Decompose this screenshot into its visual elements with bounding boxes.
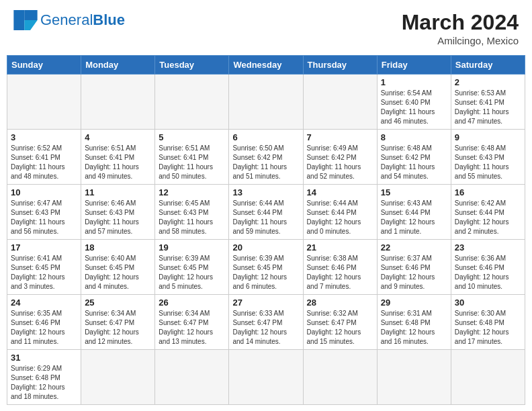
day-number: 30 bbox=[455, 298, 521, 308]
day-number: 29 bbox=[381, 298, 447, 308]
logo-general: General bbox=[40, 11, 93, 28]
calendar-cell bbox=[155, 350, 229, 405]
day-number: 13 bbox=[232, 187, 299, 197]
calendar-cell: 18Sunrise: 6:40 AM Sunset: 6:45 PM Dayli… bbox=[81, 240, 155, 295]
day-number: 11 bbox=[85, 187, 151, 197]
calendar-cell: 2Sunrise: 6:53 AM Sunset: 6:41 PM Daylig… bbox=[451, 75, 525, 130]
day-info: Sunrise: 6:38 AM Sunset: 6:46 PM Dayligh… bbox=[307, 254, 373, 291]
day-number: 15 bbox=[381, 187, 447, 197]
week-row-5: 24Sunrise: 6:35 AM Sunset: 6:46 PM Dayli… bbox=[7, 295, 525, 350]
day-number: 20 bbox=[232, 242, 299, 253]
title-block: March 2024 Amilcingo, Mexico bbox=[402, 10, 519, 46]
day-number: 27 bbox=[232, 298, 299, 308]
day-number: 19 bbox=[159, 242, 225, 253]
logo-text: GeneralBlue bbox=[40, 13, 125, 28]
day-number: 12 bbox=[159, 187, 225, 197]
calendar-cell: 21Sunrise: 6:38 AM Sunset: 6:46 PM Dayli… bbox=[303, 240, 377, 295]
calendar-cell bbox=[81, 350, 155, 405]
calendar-cell: 12Sunrise: 6:45 AM Sunset: 6:43 PM Dayli… bbox=[155, 185, 229, 240]
day-number: 22 bbox=[381, 242, 447, 253]
day-info: Sunrise: 6:40 AM Sunset: 6:45 PM Dayligh… bbox=[85, 254, 151, 291]
svg-rect-0 bbox=[13, 10, 24, 30]
day-info: Sunrise: 6:50 AM Sunset: 6:42 PM Dayligh… bbox=[232, 144, 299, 181]
day-number: 16 bbox=[455, 187, 521, 197]
calendar-cell: 6Sunrise: 6:50 AM Sunset: 6:42 PM Daylig… bbox=[229, 130, 303, 185]
day-number: 6 bbox=[232, 132, 299, 142]
day-number: 26 bbox=[159, 298, 225, 308]
calendar-cell: 1Sunrise: 6:54 AM Sunset: 6:40 PM Daylig… bbox=[377, 75, 451, 130]
day-number: 7 bbox=[307, 132, 373, 142]
day-info: Sunrise: 6:48 AM Sunset: 6:42 PM Dayligh… bbox=[381, 144, 447, 181]
day-info: Sunrise: 6:48 AM Sunset: 6:43 PM Dayligh… bbox=[455, 144, 521, 181]
day-info: Sunrise: 6:46 AM Sunset: 6:43 PM Dayligh… bbox=[85, 199, 151, 236]
calendar-cell: 4Sunrise: 6:51 AM Sunset: 6:41 PM Daylig… bbox=[81, 130, 155, 185]
calendar-cell: 19Sunrise: 6:39 AM Sunset: 6:45 PM Dayli… bbox=[155, 240, 229, 295]
day-number: 28 bbox=[307, 298, 373, 308]
day-info: Sunrise: 6:51 AM Sunset: 6:41 PM Dayligh… bbox=[159, 144, 225, 181]
calendar-cell: 9Sunrise: 6:48 AM Sunset: 6:43 PM Daylig… bbox=[451, 130, 525, 185]
calendar-cell: 3Sunrise: 6:52 AM Sunset: 6:41 PM Daylig… bbox=[7, 130, 81, 185]
calendar-cell: 15Sunrise: 6:43 AM Sunset: 6:44 PM Dayli… bbox=[377, 185, 451, 240]
calendar-cell: 8Sunrise: 6:48 AM Sunset: 6:42 PM Daylig… bbox=[377, 130, 451, 185]
calendar-cell: 11Sunrise: 6:46 AM Sunset: 6:43 PM Dayli… bbox=[81, 185, 155, 240]
calendar-cell: 16Sunrise: 6:42 AM Sunset: 6:44 PM Dayli… bbox=[451, 185, 525, 240]
day-number: 8 bbox=[381, 132, 447, 142]
day-info: Sunrise: 6:34 AM Sunset: 6:47 PM Dayligh… bbox=[85, 309, 151, 347]
day-number: 2 bbox=[455, 77, 521, 87]
day-number: 23 bbox=[455, 242, 521, 253]
month-year: March 2024 bbox=[402, 10, 519, 35]
calendar-cell: 13Sunrise: 6:44 AM Sunset: 6:44 PM Dayli… bbox=[229, 185, 303, 240]
day-number: 10 bbox=[11, 187, 77, 197]
week-row-6: 31Sunrise: 6:29 AM Sunset: 6:48 PM Dayli… bbox=[7, 350, 525, 405]
weekday-header-row: SundayMondayTuesdayWednesdayThursdayFrid… bbox=[7, 56, 525, 75]
day-number: 31 bbox=[11, 353, 77, 363]
calendar-cell bbox=[155, 75, 229, 130]
day-info: Sunrise: 6:35 AM Sunset: 6:46 PM Dayligh… bbox=[11, 309, 77, 347]
day-info: Sunrise: 6:45 AM Sunset: 6:43 PM Dayligh… bbox=[159, 199, 225, 236]
calendar-cell: 20Sunrise: 6:39 AM Sunset: 6:45 PM Dayli… bbox=[229, 240, 303, 295]
calendar-cell: 29Sunrise: 6:31 AM Sunset: 6:48 PM Dayli… bbox=[377, 295, 451, 350]
day-info: Sunrise: 6:47 AM Sunset: 6:43 PM Dayligh… bbox=[11, 199, 77, 236]
calendar-cell bbox=[7, 75, 81, 130]
calendar-cell: 10Sunrise: 6:47 AM Sunset: 6:43 PM Dayli… bbox=[7, 185, 81, 240]
weekday-header-monday: Monday bbox=[81, 56, 155, 75]
day-info: Sunrise: 6:34 AM Sunset: 6:47 PM Dayligh… bbox=[159, 309, 225, 347]
calendar-cell bbox=[303, 75, 377, 130]
day-number: 18 bbox=[85, 242, 151, 253]
day-number: 24 bbox=[11, 298, 77, 308]
day-number: 3 bbox=[11, 132, 77, 142]
week-row-2: 3Sunrise: 6:52 AM Sunset: 6:41 PM Daylig… bbox=[7, 130, 525, 185]
weekday-header-sunday: Sunday bbox=[7, 56, 81, 75]
day-info: Sunrise: 6:43 AM Sunset: 6:44 PM Dayligh… bbox=[381, 199, 447, 236]
calendar-cell: 26Sunrise: 6:34 AM Sunset: 6:47 PM Dayli… bbox=[155, 295, 229, 350]
calendar-cell: 22Sunrise: 6:37 AM Sunset: 6:46 PM Dayli… bbox=[377, 240, 451, 295]
day-info: Sunrise: 6:53 AM Sunset: 6:41 PM Dayligh… bbox=[455, 89, 521, 126]
day-info: Sunrise: 6:39 AM Sunset: 6:45 PM Dayligh… bbox=[232, 254, 299, 291]
day-info: Sunrise: 6:31 AM Sunset: 6:48 PM Dayligh… bbox=[381, 309, 447, 347]
day-info: Sunrise: 6:39 AM Sunset: 6:45 PM Dayligh… bbox=[159, 254, 225, 291]
calendar-cell: 27Sunrise: 6:33 AM Sunset: 6:47 PM Dayli… bbox=[229, 295, 303, 350]
logo-blue: Blue bbox=[93, 11, 125, 28]
day-info: Sunrise: 6:36 AM Sunset: 6:46 PM Dayligh… bbox=[455, 254, 521, 291]
calendar-cell: 7Sunrise: 6:49 AM Sunset: 6:42 PM Daylig… bbox=[303, 130, 377, 185]
day-info: Sunrise: 6:42 AM Sunset: 6:44 PM Dayligh… bbox=[455, 199, 521, 236]
day-number: 21 bbox=[307, 242, 373, 253]
day-info: Sunrise: 6:44 AM Sunset: 6:44 PM Dayligh… bbox=[232, 199, 299, 236]
calendar-cell bbox=[81, 75, 155, 130]
calendar-cell bbox=[377, 350, 451, 405]
calendar-cell: 23Sunrise: 6:36 AM Sunset: 6:46 PM Dayli… bbox=[451, 240, 525, 295]
calendar-cell: 17Sunrise: 6:41 AM Sunset: 6:45 PM Dayli… bbox=[7, 240, 81, 295]
location: Amilcingo, Mexico bbox=[402, 35, 519, 46]
day-number: 1 bbox=[381, 77, 447, 87]
logo-icon bbox=[13, 10, 38, 30]
calendar-cell bbox=[451, 350, 525, 405]
calendar-cell bbox=[229, 75, 303, 130]
calendar-cell: 14Sunrise: 6:44 AM Sunset: 6:44 PM Dayli… bbox=[303, 185, 377, 240]
week-row-1: 1Sunrise: 6:54 AM Sunset: 6:40 PM Daylig… bbox=[7, 75, 525, 130]
calendar-cell: 31Sunrise: 6:29 AM Sunset: 6:48 PM Dayli… bbox=[7, 350, 81, 405]
day-info: Sunrise: 6:41 AM Sunset: 6:45 PM Dayligh… bbox=[11, 254, 77, 291]
calendar-cell: 28Sunrise: 6:32 AM Sunset: 6:47 PM Dayli… bbox=[303, 295, 377, 350]
svg-marker-2 bbox=[24, 20, 37, 30]
day-info: Sunrise: 6:54 AM Sunset: 6:40 PM Dayligh… bbox=[381, 89, 447, 126]
day-info: Sunrise: 6:30 AM Sunset: 6:48 PM Dayligh… bbox=[455, 309, 521, 347]
